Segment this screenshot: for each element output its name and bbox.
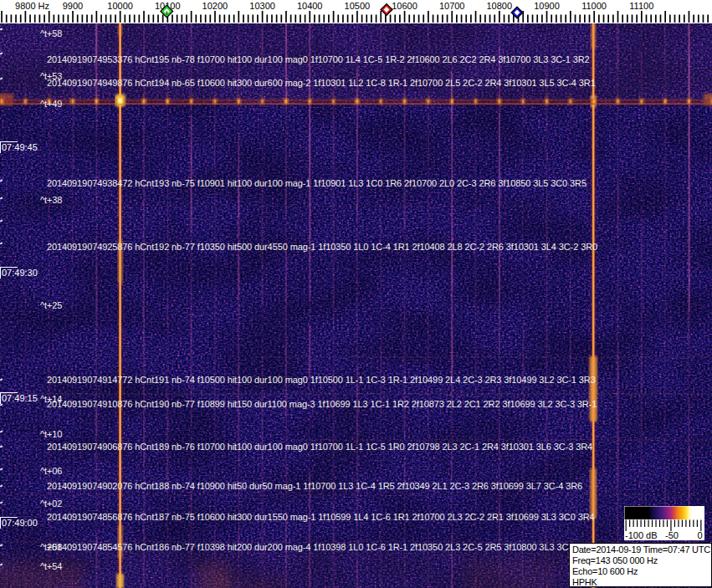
svg-text:10800: 10800 bbox=[487, 1, 513, 11]
svg-text:11100: 11100 bbox=[629, 1, 653, 11]
svg-text:10900: 10900 bbox=[534, 1, 560, 11]
svg-text:-100 dB: -100 dB bbox=[625, 530, 658, 540]
svg-text:10200: 10200 bbox=[202, 1, 228, 11]
svg-text:0: 0 bbox=[697, 530, 702, 540]
svg-text:10700: 10700 bbox=[439, 1, 465, 11]
svg-text:10000: 10000 bbox=[107, 1, 133, 11]
svg-text:9900: 9900 bbox=[63, 1, 83, 11]
svg-text:11000: 11000 bbox=[581, 1, 607, 11]
svg-text:10300: 10300 bbox=[249, 1, 275, 11]
svg-text:10500: 10500 bbox=[345, 1, 371, 11]
svg-text:10600: 10600 bbox=[392, 1, 417, 11]
svg-text:10400: 10400 bbox=[297, 1, 323, 11]
svg-text:9800 Hz: 9800 Hz bbox=[15, 1, 49, 11]
svg-text:-50: -50 bbox=[665, 530, 679, 540]
